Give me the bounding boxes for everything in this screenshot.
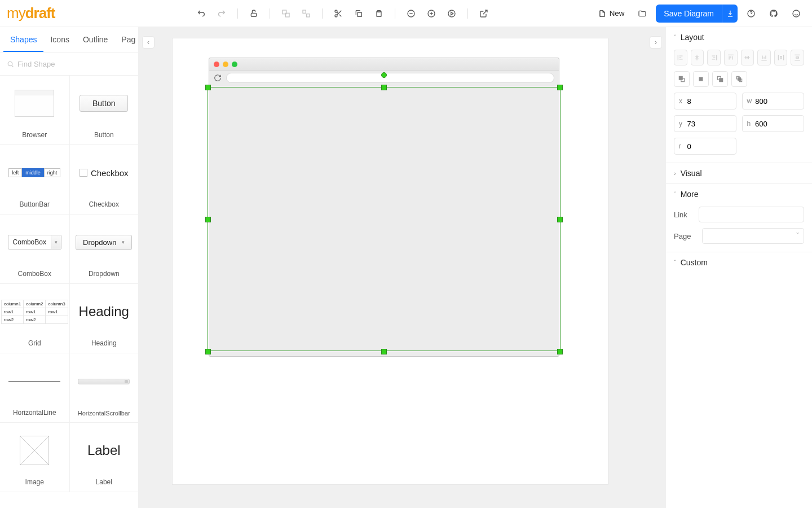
- copy-button[interactable]: [350, 5, 368, 23]
- send-backward-button[interactable]: [712, 71, 728, 87]
- bring-front-button[interactable]: [693, 71, 709, 87]
- shape-horizontalline[interactable]: HorizontalLine: [0, 353, 69, 422]
- x-input[interactable]: [687, 97, 731, 106]
- r-input[interactable]: [687, 142, 731, 151]
- section-more-header[interactable]: ˇ More: [666, 184, 812, 204]
- shape-browser[interactable]: Browser: [0, 76, 69, 144]
- r-field[interactable]: r: [674, 138, 736, 155]
- resize-handle-se[interactable]: [557, 349, 563, 354]
- section-layout-header[interactable]: ˇ Layout: [666, 27, 812, 47]
- distribute-h-button[interactable]: [774, 50, 788, 65]
- search-input[interactable]: [17, 60, 131, 68]
- resize-handle-s[interactable]: [381, 349, 387, 354]
- y-field[interactable]: y: [674, 115, 736, 132]
- shape-image[interactable]: Image: [0, 423, 69, 492]
- preview-button[interactable]: [443, 5, 461, 23]
- folder-icon: [638, 9, 647, 18]
- canvas[interactable]: ‹ ›: [139, 27, 665, 508]
- resize-handle-e[interactable]: [557, 217, 563, 222]
- align-bottom-button[interactable]: [757, 50, 771, 65]
- x-field[interactable]: x: [674, 93, 736, 110]
- help-button[interactable]: [742, 5, 760, 23]
- rotate-handle[interactable]: [381, 72, 387, 78]
- h-input[interactable]: [755, 120, 799, 128]
- align-top-button[interactable]: [724, 50, 738, 65]
- cut-button[interactable]: [329, 5, 347, 23]
- collapse-left-panel[interactable]: ‹: [142, 36, 155, 49]
- zoom-out-button[interactable]: [402, 5, 420, 23]
- toolbar-right: New Save Diagram: [594, 5, 805, 23]
- resize-handle-w[interactable]: [205, 217, 211, 222]
- svg-point-14: [793, 10, 800, 17]
- github-button[interactable]: [765, 5, 783, 23]
- browser-titlebar: [209, 58, 559, 71]
- new-button[interactable]: New: [594, 5, 629, 23]
- shape-heading[interactable]: Heading Heading: [69, 284, 139, 353]
- undo-button[interactable]: [192, 5, 210, 23]
- feedback-button[interactable]: [787, 5, 805, 23]
- share-button[interactable]: [475, 5, 493, 23]
- resize-handle-sw[interactable]: [205, 349, 211, 354]
- link-input[interactable]: [699, 207, 804, 222]
- shape-combobox[interactable]: ComboBox▾ ComboBox: [0, 214, 69, 283]
- canvas-object-browser[interactable]: [209, 58, 559, 357]
- w-input[interactable]: [755, 97, 799, 106]
- group-button[interactable]: [277, 5, 295, 23]
- buttonbar-preview: left middle right: [8, 168, 60, 177]
- paste-button[interactable]: [370, 5, 388, 23]
- redo-button[interactable]: [213, 5, 231, 23]
- resize-handle-ne[interactable]: [557, 85, 563, 90]
- tab-pages[interactable]: Pag: [114, 28, 142, 52]
- w-field[interactable]: w: [742, 93, 805, 110]
- shape-buttonbar[interactable]: left middle right ButtonBar: [0, 145, 69, 214]
- traffic-light-close-icon: [214, 62, 219, 67]
- page-select[interactable]: ˇ: [702, 228, 804, 244]
- resize-handle-nw[interactable]: [205, 85, 211, 90]
- send-back-button[interactable]: [731, 71, 747, 87]
- save-button[interactable]: Save Diagram: [656, 5, 722, 23]
- shape-checkbox[interactable]: Checkbox Checkbox: [69, 145, 139, 214]
- resize-handle-n[interactable]: [381, 85, 387, 90]
- scissors-icon: [334, 9, 343, 18]
- group-icon: [281, 9, 290, 18]
- section-visual-header[interactable]: › Visual: [666, 163, 812, 183]
- shape-horizontalscrollbar[interactable]: HorizontalScrollbar: [69, 353, 139, 422]
- shape-search[interactable]: [0, 53, 138, 76]
- zoom-in-button[interactable]: [422, 5, 440, 23]
- open-button[interactable]: [633, 5, 651, 23]
- tab-icons[interactable]: Icons: [43, 28, 76, 52]
- bring-forward-button[interactable]: [674, 71, 690, 87]
- save-dropdown[interactable]: [722, 5, 738, 23]
- y-input[interactable]: [687, 120, 731, 128]
- shape-dropdown[interactable]: Dropdown▾ Dropdown: [69, 214, 139, 283]
- browser-content: [210, 86, 558, 356]
- distribute-v-button[interactable]: [791, 50, 804, 65]
- tab-outline[interactable]: Outline: [76, 28, 114, 52]
- paste-icon: [374, 9, 383, 18]
- chevron-down-icon: ˇ: [674, 259, 676, 266]
- play-circle-icon: [447, 9, 456, 18]
- file-icon: [598, 10, 606, 17]
- svg-rect-3: [303, 10, 306, 13]
- h-field[interactable]: h: [742, 115, 805, 132]
- unlock-icon: [249, 9, 258, 18]
- align-right-button[interactable]: [707, 50, 721, 65]
- left-tabs: Shapes Icons Outline Pag ···: [0, 27, 138, 53]
- tab-shapes[interactable]: Shapes: [3, 28, 43, 52]
- combobox-preview: ComboBox▾: [8, 235, 61, 249]
- heading-preview: Heading: [79, 304, 129, 319]
- align-left-button[interactable]: [674, 50, 687, 65]
- lock-button[interactable]: [245, 5, 263, 23]
- align-hcenter-button[interactable]: [691, 50, 704, 65]
- shape-grid[interactable]: column1column2column3 row1row1row1 row2r…: [0, 284, 69, 353]
- collapse-right-panel[interactable]: ›: [650, 36, 662, 49]
- ungroup-button[interactable]: [297, 5, 315, 23]
- shape-label[interactable]: Label Label: [69, 423, 139, 492]
- logo[interactable]: mydraft: [7, 5, 57, 22]
- shape-button[interactable]: Button Button: [69, 76, 139, 144]
- page[interactable]: [173, 38, 608, 484]
- svg-point-6: [335, 15, 337, 17]
- align-vcenter-button[interactable]: [741, 50, 754, 65]
- svg-rect-4: [307, 14, 310, 16]
- section-custom-header[interactable]: ˇ Custom: [666, 252, 812, 273]
